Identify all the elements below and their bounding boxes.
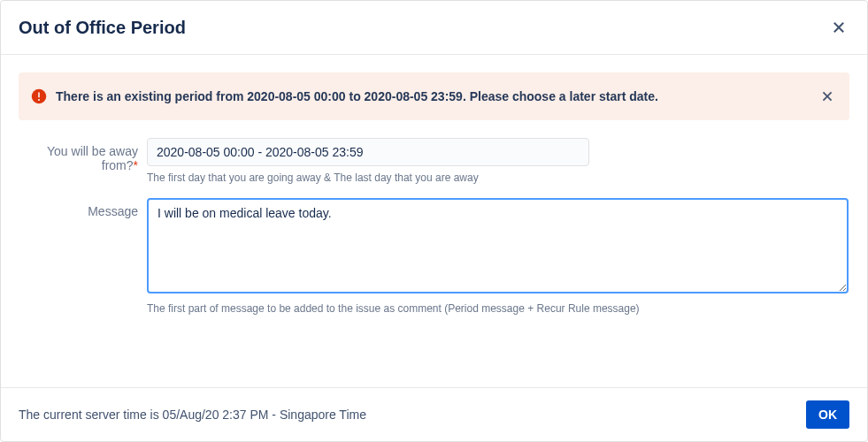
message-help-text: The first part of message to be added to… (147, 302, 849, 315)
date-range-input[interactable] (147, 138, 589, 166)
away-help-text: The first day that you are going away & … (147, 171, 849, 184)
message-row: Message The first part of message to be … (19, 198, 849, 315)
message-label: Message (19, 198, 147, 315)
svg-rect-1 (38, 92, 40, 97)
close-icon (832, 20, 846, 34)
alert-close-button[interactable] (818, 87, 837, 106)
svg-point-2 (38, 99, 40, 101)
error-alert: There is an existing period from 2020-08… (19, 72, 849, 120)
server-time-text: The current server time is 05/Aug/20 2:3… (19, 408, 366, 422)
message-control-wrapper: The first part of message to be added to… (147, 198, 849, 315)
error-icon (31, 88, 47, 104)
message-textarea[interactable] (147, 198, 849, 293)
close-button[interactable] (828, 17, 849, 38)
away-label: You will be away from?* (19, 138, 147, 184)
away-label-text: You will be away from? (47, 144, 138, 172)
away-control-wrapper: The first day that you are going away & … (147, 138, 849, 184)
required-asterisk: * (134, 158, 138, 172)
away-row: You will be away from?* The first day th… (19, 138, 849, 184)
out-of-office-modal: Out of Office Period There is an existin… (0, 0, 868, 442)
alert-message: There is an existing period from 2020-08… (56, 89, 818, 103)
modal-body: There is an existing period from 2020-08… (1, 55, 867, 387)
close-icon (821, 90, 833, 103)
ok-button[interactable]: OK (806, 400, 849, 429)
modal-header: Out of Office Period (1, 1, 867, 55)
modal-title: Out of Office Period (19, 18, 186, 38)
modal-footer: The current server time is 05/Aug/20 2:3… (1, 387, 867, 441)
